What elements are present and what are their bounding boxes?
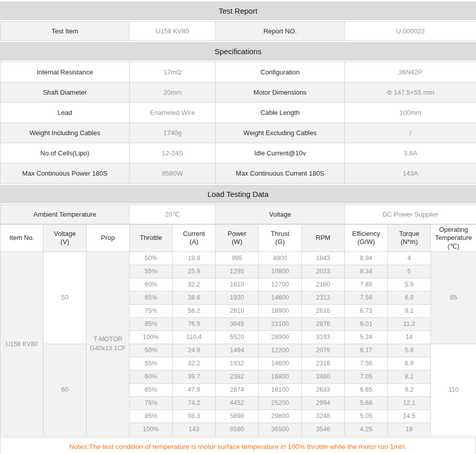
load-column-header: Prop bbox=[87, 225, 130, 252]
rpm-cell: 2994 bbox=[302, 396, 345, 409]
load-data-row: 6050%24.914941220020798.175.8110 bbox=[1, 344, 476, 357]
throttle-cell: 50% bbox=[130, 344, 173, 357]
throttle-cell: 65% bbox=[130, 291, 173, 304]
operating-temperature-cell: 110 bbox=[431, 344, 476, 436]
spec-row: Shaft Diameter20mmMotor DimensionsΦ 147.… bbox=[1, 82, 476, 103]
rpm-cell: 2615 bbox=[302, 304, 345, 317]
load-column-header: Current (A) bbox=[173, 225, 216, 252]
power-cell: 3845 bbox=[216, 317, 259, 331]
spec-value: 20mm bbox=[130, 82, 216, 103]
thrust-cell: 14600 bbox=[259, 291, 302, 304]
spec-value: Φ 147.5×55 mm bbox=[345, 82, 476, 103]
spec-value: 8580W bbox=[130, 163, 216, 184]
efficiency-cell: 8.94 bbox=[345, 252, 388, 265]
thrust-cell: 25200 bbox=[259, 396, 302, 409]
spec-row: Internal Resistance17mΩConfiguration36N4… bbox=[1, 62, 476, 82]
throttle-cell: 75% bbox=[130, 304, 173, 317]
power-cell: 2382 bbox=[216, 370, 259, 383]
throttle-cell: 55% bbox=[130, 357, 173, 370]
load-testing-title: Load Testing Data bbox=[208, 190, 269, 198]
throttle-cell: 100% bbox=[130, 423, 173, 436]
report-info-row: Test Item U15Ⅱ KV80 Report NO. U.000022 bbox=[1, 22, 476, 41]
torque-cell: 5.9 bbox=[388, 278, 431, 291]
operating-temperature-cell: 65 bbox=[431, 252, 476, 344]
spec-value: 17mΩ bbox=[130, 62, 216, 82]
rpm-cell: 2316 bbox=[302, 357, 345, 370]
notes-text: Notes:The test condition of temperature … bbox=[69, 443, 407, 450]
spec-label: Motor Dimensions bbox=[216, 82, 345, 103]
efficiency-cell: 7.56 bbox=[345, 357, 388, 370]
spec-label: Weight Including Cables bbox=[1, 123, 130, 143]
throttle-cell: 75% bbox=[130, 396, 173, 409]
thrust-cell: 23100 bbox=[259, 317, 302, 331]
torque-cell: 11.2 bbox=[388, 317, 431, 331]
torque-cell: 14.5 bbox=[388, 409, 431, 423]
rpm-cell: 2313 bbox=[302, 291, 345, 304]
rpm-cell: 1843 bbox=[302, 252, 345, 265]
spec-label: Shaft Diameter bbox=[1, 82, 130, 103]
throttle-cell: 100% bbox=[130, 331, 173, 344]
spec-value: / bbox=[345, 123, 476, 143]
test-conditions-table: Ambient Temperature 20℃ Voltage DC Power… bbox=[0, 204, 476, 224]
thrust-cell: 19100 bbox=[259, 383, 302, 396]
torque-cell: 4 bbox=[388, 252, 431, 265]
thrust-cell: 16800 bbox=[259, 370, 302, 383]
report-title: Test Report bbox=[219, 7, 258, 15]
report-no-value: U.000022 bbox=[345, 22, 476, 41]
voltage-cell: 50 bbox=[44, 252, 87, 344]
efficiency-cell: 5.05 bbox=[345, 409, 388, 423]
rpm-cell: 2876 bbox=[302, 317, 345, 331]
throttle-cell: 65% bbox=[130, 383, 173, 396]
load-data-row: U15Ⅱ KV8050T-MOTOR G40x13.1CF50%19.99958… bbox=[1, 252, 476, 265]
throttle-cell: 50% bbox=[130, 252, 173, 265]
efficiency-cell: 6.01 bbox=[345, 317, 388, 331]
power-cell: 1610 bbox=[216, 278, 259, 291]
spec-value: 36N42P bbox=[345, 62, 476, 82]
efficiency-cell: 8.34 bbox=[345, 265, 388, 278]
load-column-header: Torque (N*m) bbox=[388, 225, 431, 252]
thrust-cell: 8900 bbox=[259, 252, 302, 265]
spec-row: Max Continuous Power 180S8580WMax Contin… bbox=[1, 163, 476, 184]
throttle-cell: 85% bbox=[130, 409, 173, 423]
spec-label: Internal Resistance bbox=[1, 62, 130, 82]
rpm-cell: 2480 bbox=[302, 370, 345, 383]
load-column-header: Efficiency (G/W) bbox=[345, 225, 388, 252]
spec-row: LeadEnameled WireCable Length100mm bbox=[1, 103, 476, 123]
spec-value: 143A bbox=[345, 163, 476, 184]
spec-label: Weight Excluding Cables bbox=[216, 123, 345, 143]
load-column-header: RPM bbox=[302, 225, 345, 252]
power-cell: 5898 bbox=[216, 409, 259, 423]
report-info-table: Test Item U15Ⅱ KV80 Report NO. U.000022 bbox=[0, 21, 476, 41]
rpm-cell: 2079 bbox=[302, 344, 345, 357]
current-cell: 110.4 bbox=[173, 331, 216, 344]
current-cell: 143 bbox=[173, 423, 216, 436]
thrust-cell: 12700 bbox=[259, 278, 302, 291]
current-cell: 98.3 bbox=[173, 409, 216, 423]
spec-row: No.of Cells(Lipo)12-24SIdle Current@10v3… bbox=[1, 143, 476, 163]
torque-cell: 12.1 bbox=[388, 396, 431, 409]
throttle-cell: 60% bbox=[130, 370, 173, 383]
spec-value: 100mm bbox=[345, 103, 476, 123]
test-item-value: U15Ⅱ KV80 bbox=[130, 22, 216, 41]
thrust-cell: 29800 bbox=[259, 409, 302, 423]
power-cell: 4452 bbox=[216, 396, 259, 409]
spec-label: Cable Length bbox=[216, 103, 345, 123]
current-cell: 47.9 bbox=[173, 383, 216, 396]
current-cell: 32.2 bbox=[173, 278, 216, 291]
current-cell: 24.9 bbox=[173, 344, 216, 357]
voltage-cell: 60 bbox=[44, 344, 87, 436]
load-table-header-row: Item No.Voltage (V)PropThrottleCurrent (… bbox=[1, 225, 476, 252]
test-conditions-row: Ambient Temperature 20℃ Voltage DC Power… bbox=[1, 205, 476, 224]
voltage-source-value: DC Power Supplier bbox=[345, 205, 476, 224]
ambient-temperature-label: Ambient Temperature bbox=[1, 205, 130, 224]
notes-box: Notes:The test condition of temperature … bbox=[0, 437, 476, 454]
efficiency-cell: 6.73 bbox=[345, 304, 388, 317]
ambient-temperature-value: 20℃ bbox=[130, 205, 216, 224]
throttle-cell: 60% bbox=[130, 278, 173, 291]
power-cell: 995 bbox=[216, 252, 259, 265]
rpm-cell: 2023 bbox=[302, 265, 345, 278]
rpm-cell: 2633 bbox=[302, 383, 345, 396]
efficiency-cell: 5.66 bbox=[345, 396, 388, 409]
spec-label: No.of Cells(Lipo) bbox=[1, 143, 130, 163]
load-column-header: Thrust (G) bbox=[259, 225, 302, 252]
